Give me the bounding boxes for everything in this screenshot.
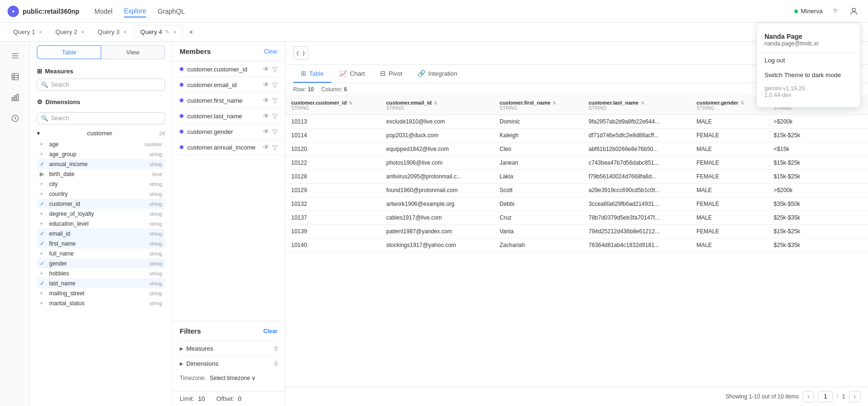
next-page-btn[interactable]: ›	[849, 391, 860, 402]
nav-user[interactable]: Minerva	[794, 8, 823, 15]
member-eye-icon[interactable]: 👁	[263, 81, 269, 88]
field-full_name[interactable]: + full_name string	[37, 248, 165, 258]
json-btn[interactable]: { }	[293, 46, 308, 60]
query-tab-4-close[interactable]: ×	[173, 29, 176, 35]
member-eye-icon[interactable]: 👁	[263, 97, 269, 104]
member-filter-icon[interactable]: ▽	[272, 112, 278, 120]
customer-group-name: customer	[87, 130, 112, 137]
query-tab-2[interactable]: Query 2 ×	[50, 26, 90, 38]
field-mailing-name: mailing_street	[49, 290, 85, 297]
dimensions-header[interactable]: ⚙ Dimensions	[30, 94, 172, 107]
result-tab-integration[interactable]: 🔗 Integration	[410, 65, 465, 83]
filters-clear-btn[interactable]: Clear	[263, 328, 278, 335]
query-tab-3-close[interactable]: ×	[123, 29, 127, 35]
cell-first-name: Kaleigh	[494, 129, 583, 142]
version-text: gemini-v1.19.20	[764, 85, 852, 92]
dimensions-search-input[interactable]	[51, 115, 161, 122]
field-education_level[interactable]: + education_level string	[37, 219, 165, 229]
query-tab-2-close[interactable]: ×	[81, 29, 85, 35]
field-first_name[interactable]: ✓ first_name string	[37, 238, 165, 248]
dimensions-search-box[interactable]: 🔍	[37, 112, 165, 124]
add-query-tab[interactable]: +	[184, 26, 198, 39]
field-mailing_street[interactable]: + mailing_street string	[37, 288, 165, 298]
help-icon[interactable]: ?	[828, 5, 842, 18]
field-gender[interactable]: ✓ gender string	[37, 258, 165, 268]
query-tab-3[interactable]: Query 3 ×	[92, 26, 132, 38]
toggle-table[interactable]: Table	[37, 45, 101, 59]
cell-annual-income: $15k-$25k	[768, 225, 868, 238]
member-eye-icon[interactable]: 👁	[263, 143, 269, 151]
filters-label: Filters	[180, 327, 201, 335]
member-filter-icon[interactable]: ▽	[272, 65, 278, 73]
sidebar-menu-icon[interactable]	[7, 47, 24, 64]
field-city[interactable]: + city string	[37, 179, 165, 189]
query-tab-4[interactable]: Query 4 ✎ ×	[134, 25, 182, 39]
measures-header[interactable]: ⊞ Measures	[37, 68, 165, 75]
field-age[interactable]: + age number	[37, 139, 165, 149]
cell-gender: MALE	[691, 142, 768, 156]
cell-gender: FEMALE	[691, 225, 768, 238]
field-hobbies[interactable]: + hobbies string	[37, 268, 165, 278]
member-filter-icon[interactable]: ▽	[272, 143, 278, 151]
member-eye-icon[interactable]: 👁	[263, 112, 269, 120]
measures-search-box[interactable]: 🔍	[37, 79, 165, 91]
member-filter-icon[interactable]: ▽	[272, 81, 278, 88]
toggle-view[interactable]: View	[101, 45, 165, 59]
field-last_name-name: last_name	[49, 280, 75, 287]
field-degree_of_loyalty[interactable]: + degree_of_loyalty string	[37, 209, 165, 219]
field-birth_date-type: time	[152, 171, 162, 177]
table-row: 10129 found1960@protonmail.com Scott a29…	[286, 184, 868, 197]
members-clear-btn[interactable]: Clear	[264, 48, 278, 55]
theme-item[interactable]: Switch Theme to dark mode	[757, 68, 860, 82]
nav-explore[interactable]: Explore	[124, 5, 146, 18]
cell-first-name: Vania	[494, 225, 583, 238]
sidebar-table-icon[interactable]	[7, 68, 24, 85]
member-filter-icon[interactable]: ▽	[272, 128, 278, 135]
sidebar-history-icon[interactable]	[7, 110, 24, 127]
result-tab-pivot[interactable]: ⊟ Pivot	[373, 65, 410, 83]
result-tab-table[interactable]: ⊞ Table	[293, 65, 331, 83]
filters-dimensions-row[interactable]: ▶ Dimensions 0	[180, 356, 278, 371]
field-country[interactable]: + country string	[37, 189, 165, 199]
user-avatar[interactable]	[847, 5, 860, 18]
field-birth_date-name: birth_date	[49, 171, 74, 177]
filters-measures-row[interactable]: ▶ Measures 0	[180, 341, 278, 356]
field-hobbies-type: string	[149, 271, 162, 276]
customer-group: ▾ customer 24 + age number + age_group	[30, 127, 172, 308]
field-customer_id[interactable]: ✓ customer_id string	[37, 199, 165, 209]
query-tab-4-edit[interactable]: ✎	[165, 29, 169, 35]
offset-value: 0	[238, 395, 242, 402]
field-marital_status[interactable]: + marital_status string	[37, 298, 165, 308]
query-tab-1[interactable]: Query 1 ×	[8, 26, 48, 38]
query-tab-1-close[interactable]: ×	[39, 29, 42, 35]
member-last_name-name: customer.last_name	[187, 113, 242, 120]
member-filter-icon[interactable]: ▽	[272, 97, 278, 104]
field-last_name[interactable]: ✓ last_name string	[37, 278, 165, 288]
field-birth_date[interactable]: ▶ birth_date time	[37, 169, 165, 179]
measures-search-input[interactable]	[51, 81, 161, 88]
sidebar-chart-icon[interactable]	[7, 89, 24, 106]
field-age_group[interactable]: + age_group string	[37, 149, 165, 159]
col-first-name[interactable]: customer.first_name⇅ STRING	[494, 96, 583, 115]
member-dot	[180, 98, 183, 102]
nav-model[interactable]: Model	[95, 6, 113, 17]
field-email_id[interactable]: ✓ email_id string	[37, 229, 165, 238]
field-age_group-type: string	[149, 151, 162, 157]
cell-email-id: artwork1906@example.org	[381, 197, 494, 211]
page-input[interactable]	[818, 391, 833, 402]
nav-graphql[interactable]: GraphQL	[157, 6, 185, 17]
result-tab-chart[interactable]: 📈 Chart	[331, 65, 373, 83]
logout-item[interactable]: Log out	[757, 53, 860, 68]
timezone-select[interactable]: Select timezone ∨	[210, 375, 256, 381]
member-eye-icon[interactable]: 👁	[263, 128, 269, 135]
col-email-id[interactable]: customer.email_id⇅ STRING	[381, 96, 494, 115]
main-layout: Table View ⊞ Measures 🔍 ⚙ Dimensions	[0, 42, 868, 406]
customer-group-header[interactable]: ▾ customer 24	[37, 127, 165, 139]
col-customer-id[interactable]: customer.customer_id⇅ STRING	[286, 96, 381, 115]
prev-page-btn[interactable]: ‹	[803, 391, 814, 402]
col-last-name[interactable]: customer.last_name⇅ STRING	[583, 96, 691, 115]
member-eye-icon[interactable]: 👁	[263, 65, 269, 73]
field-annual_income[interactable]: ✓ annual_income string	[37, 159, 165, 169]
user-name: Minerva	[801, 8, 823, 15]
field-email_id-type: string	[149, 231, 162, 237]
